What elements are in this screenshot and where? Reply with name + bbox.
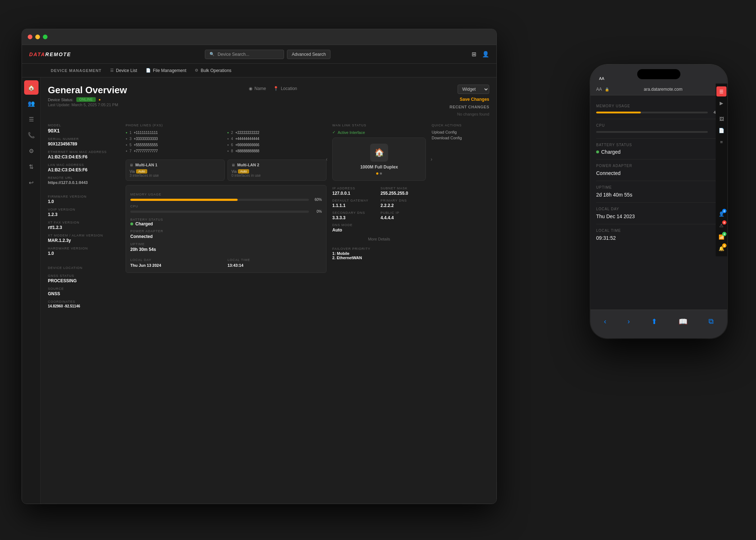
- phone-val-5: +55555555555: [134, 143, 158, 147]
- sidebar-item-menu[interactable]: ☰: [24, 112, 39, 126]
- iphone-power-value: Connected: [596, 170, 621, 176]
- local-time-item: LOCAL TIME 13:43:14: [228, 258, 322, 268]
- serial-value: 90X123456789: [48, 141, 120, 147]
- side-panel-btn-play[interactable]: ▶: [716, 98, 726, 108]
- side-panel-btn-active[interactable]: ☰: [716, 86, 726, 96]
- window-titlebar: [22, 29, 496, 45]
- location-label: Location: [281, 86, 297, 91]
- grid-icon[interactable]: ⊞: [472, 51, 476, 58]
- source-label: SOURCE: [48, 287, 120, 291]
- upload-config-button[interactable]: Upload Config: [432, 130, 457, 134]
- sidebar-item-transfer[interactable]: ⇅: [24, 159, 39, 174]
- iphone-back-button[interactable]: ‹: [604, 317, 606, 325]
- memory-bar-bg: [130, 199, 309, 201]
- phone-lines-section: PHONE LINES (FXS) ● 1 +11111111111 ● 2: [126, 123, 327, 153]
- maximize-button[interactable]: [43, 35, 48, 39]
- iphone-local-time-value: 09:31:52: [596, 235, 616, 241]
- coordinates-item: COORDINATES 14.82960 -92.51146: [48, 300, 120, 308]
- sidebar-item-users[interactable]: 👥: [24, 96, 39, 111]
- download-config-button[interactable]: Download Config: [432, 136, 462, 140]
- side-panel-btn-layers[interactable]: ≡: [716, 137, 726, 147]
- iphone-aa: AA: [599, 76, 604, 81]
- iphone-screen: AA AA 🔒 ara.dataremote.com ↻ ☰ ▶ 🖼 📄 ≡ 👤: [590, 65, 727, 338]
- side-panel-btn-photo[interactable]: 🖼: [716, 114, 726, 124]
- recent-changes-label: RECENT CHANGES: [450, 105, 489, 109]
- voip-item: VoIP VERSION 1.2.3: [48, 208, 120, 217]
- firmware-item: FIRMWARE VERSION 1.0: [48, 195, 120, 204]
- file-management-icon: 📄: [146, 68, 151, 73]
- wan-device-icon: 🏠: [370, 144, 388, 162]
- memory-bar-fill: [130, 199, 238, 201]
- public-ip-item: PUBLIC IP 4.4.4.4: [381, 211, 426, 220]
- dns-mode-value: Auto: [332, 228, 378, 233]
- iphone-tabs-button[interactable]: ⧉: [708, 317, 714, 325]
- phone-dot-3: ●: [126, 137, 127, 140]
- sidebar-item-settings[interactable]: ⚙: [24, 144, 39, 158]
- serial-item: SERIAL NUMBER 90X123456789: [48, 137, 120, 147]
- side-panel-btn-wifi[interactable]: 📶 4: [716, 232, 726, 242]
- power-label: POWER ADAPTER: [130, 229, 322, 233]
- iphone-bookmarks-button[interactable]: 📖: [679, 317, 688, 326]
- side-panel-btn-user[interactable]: 👤 0: [716, 209, 726, 219]
- battery-label: BATTERY STATUS: [130, 218, 322, 221]
- multi-lan-1-name: Multi-LAN 1: [135, 163, 157, 167]
- dns1-item: PRIMARY DNS 2.2.2.2: [381, 199, 426, 208]
- iphone-lock-icon: 🔒: [605, 87, 609, 91]
- iphone-notch: [637, 69, 680, 79]
- iphone-cpu-label: CPU: [596, 123, 721, 127]
- sidebar-item-history[interactable]: ↩: [24, 175, 39, 190]
- active-interface-label: Active Interface: [338, 130, 365, 135]
- sidebar-item-phone[interactable]: 📞: [24, 128, 39, 142]
- minimize-button[interactable]: [35, 35, 40, 39]
- nav-item-file-management[interactable]: 📄 File Management: [146, 68, 186, 73]
- iphone-tab-bar: ‹ › ⬆ 📖 ⧉: [590, 310, 727, 338]
- dns2-value: 3.3.3.3: [332, 215, 378, 220]
- eth-wan-label: ETHERNET WAN MAC ADDRESS: [48, 150, 120, 154]
- gateway-label: DEFAULT GATEWAY: [332, 199, 378, 202]
- device-search-box[interactable]: 🔍 Device Search...: [205, 50, 284, 59]
- battery-value: Charged: [135, 221, 153, 226]
- serial-label: SERIAL NUMBER: [48, 137, 120, 141]
- user-icon[interactable]: 👤: [482, 51, 489, 58]
- widget-select[interactable]: Widget: [458, 85, 489, 94]
- coordinates-value: 14.82960 -92.51146: [48, 304, 120, 308]
- nav-bar: DEVICE MANAGEMENT ☰ Device List 📄 File M…: [22, 64, 496, 77]
- gateway-item: DEFAULT GATEWAY 1.1.1.1: [332, 199, 378, 208]
- iphone-share-button[interactable]: ⬆: [651, 317, 657, 326]
- iphone-forward-button[interactable]: ›: [627, 317, 630, 325]
- battery-value-row: Charged: [130, 221, 322, 226]
- iphone-cpu-bar-bg: [596, 131, 708, 133]
- advanced-search-button[interactable]: Advanced Search: [287, 50, 330, 59]
- more-details-button[interactable]: More Details: [332, 237, 426, 241]
- no-changes-text: No changes found: [457, 112, 489, 116]
- phone-val-6: +66666666666: [235, 143, 259, 147]
- close-button[interactable]: [28, 35, 32, 39]
- multi-lan-2-count: 0 interfaces in use: [231, 174, 323, 177]
- page-actions: Widget Save Changes RECENT CHANGES No ch…: [450, 85, 489, 116]
- iphone-battery-section: BATTERY STATUS Charged: [596, 139, 721, 159]
- side-panel-btn-file[interactable]: 📄: [716, 125, 726, 135]
- side-panel-btn-alert[interactable]: ⚠ 0: [716, 220, 726, 230]
- phone-dot-5: ●: [126, 143, 127, 147]
- nav-item-device-list[interactable]: ☰ Device List: [110, 68, 137, 73]
- nav-label: DEVICE MANAGEMENT: [51, 68, 102, 73]
- iphone-url-text: ara.dataremote.com: [612, 87, 714, 92]
- bulk-ops-icon: ⚙: [195, 68, 198, 73]
- dns1-label: PRIMARY DNS: [381, 199, 426, 202]
- subnet-item: SUBNET MASK 255.255.255.0: [381, 186, 426, 196]
- sidebar-item-home[interactable]: 🏠: [24, 80, 39, 95]
- badge-orange: 1: [722, 243, 726, 248]
- wan-next-button[interactable]: ›: [431, 156, 432, 162]
- wan-prev-button[interactable]: ‹: [326, 156, 328, 162]
- iphone-power-label: POWER ADAPTER: [596, 164, 721, 168]
- side-panel-btn-notify[interactable]: 🔔 1: [716, 243, 726, 253]
- phone-num-4: 4: [231, 137, 233, 141]
- uptime-item: UPTIME 20h 30m 54s: [130, 242, 322, 252]
- save-changes-button[interactable]: Save Changes: [460, 97, 489, 102]
- multi-lan-1-via: Via: [130, 170, 135, 174]
- subnet-label: SUBNET MASK: [381, 186, 426, 190]
- nav-item-bulk-operations[interactable]: ⚙ Bulk Operations: [195, 68, 231, 73]
- iphone-url-bar[interactable]: AA 🔒 ara.dataremote.com ↻: [590, 84, 727, 95]
- phone-dot-8: ●: [227, 149, 229, 153]
- xt-modem-value: MAR.1.2.3y: [48, 238, 120, 243]
